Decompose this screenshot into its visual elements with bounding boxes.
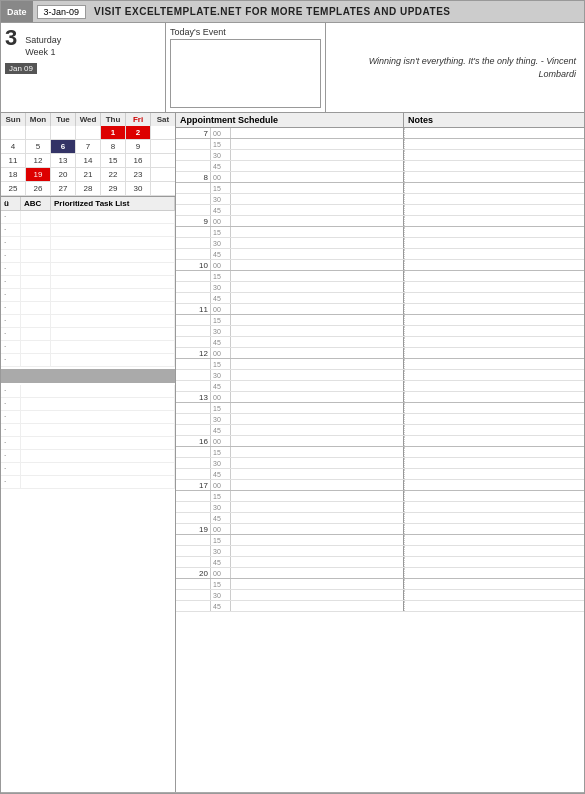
notes-cell[interactable]: [404, 238, 584, 248]
task-cell-abc[interactable]: [21, 328, 51, 340]
cal-cell-28[interactable]: 28: [76, 182, 101, 196]
appointment-cell[interactable]: [231, 546, 404, 556]
appointment-cell[interactable]: [231, 480, 404, 490]
notes-cell[interactable]: [404, 568, 584, 578]
appointment-cell[interactable]: [231, 491, 404, 501]
notes-cell[interactable]: [404, 502, 584, 512]
task-cell-u[interactable]: ·: [1, 211, 21, 223]
task-cell-u[interactable]: ·: [1, 263, 21, 275]
notes-cell[interactable]: [404, 359, 584, 369]
appointment-cell[interactable]: [231, 293, 404, 303]
cal-cell-23[interactable]: 23: [126, 168, 151, 182]
notes-cell[interactable]: [404, 436, 584, 446]
appointment-cell[interactable]: [231, 359, 404, 369]
notes-cell[interactable]: [404, 216, 584, 226]
cal-cell-22[interactable]: 22: [101, 168, 126, 182]
appointment-cell[interactable]: [231, 172, 404, 182]
task-cell-task[interactable]: [51, 328, 175, 340]
appointment-cell[interactable]: [231, 403, 404, 413]
task-cell-abc[interactable]: [21, 263, 51, 275]
cal-cell[interactable]: [151, 168, 175, 182]
task-cell-lower[interactable]: [21, 450, 175, 462]
appointment-cell[interactable]: [231, 227, 404, 237]
notes-cell[interactable]: [404, 469, 584, 479]
appointment-cell[interactable]: [231, 370, 404, 380]
task-cell-task[interactable]: [51, 276, 175, 288]
task-cell-lower[interactable]: [21, 463, 175, 475]
appointment-cell[interactable]: [231, 579, 404, 589]
cal-cell-19[interactable]: 19: [26, 168, 51, 182]
task-cell-task[interactable]: [51, 302, 175, 314]
appointment-cell[interactable]: [231, 304, 404, 314]
cal-cell-5[interactable]: 5: [26, 140, 51, 154]
appointment-cell[interactable]: [231, 315, 404, 325]
cal-cell-9[interactable]: 9: [126, 140, 151, 154]
appointment-cell[interactable]: [231, 183, 404, 193]
appointment-cell[interactable]: [231, 381, 404, 391]
appointment-cell[interactable]: [231, 590, 404, 600]
cal-cell-2[interactable]: 2: [126, 126, 151, 140]
cal-cell[interactable]: [151, 154, 175, 168]
notes-cell[interactable]: [404, 557, 584, 567]
notes-cell[interactable]: [404, 348, 584, 358]
notes-cell[interactable]: [404, 414, 584, 424]
notes-cell[interactable]: [404, 447, 584, 457]
task-cell-task[interactable]: [51, 250, 175, 262]
task-cell-lower[interactable]: [21, 437, 175, 449]
appointment-cell[interactable]: [231, 557, 404, 567]
appointment-cell[interactable]: [231, 282, 404, 292]
cal-cell-30[interactable]: 30: [126, 182, 151, 196]
appointment-cell[interactable]: [231, 348, 404, 358]
task-cell-u[interactable]: ·: [1, 250, 21, 262]
cal-cell[interactable]: [26, 126, 51, 140]
cal-cell-21[interactable]: 21: [76, 168, 101, 182]
task-cell-task[interactable]: [51, 263, 175, 275]
appointment-cell[interactable]: [231, 469, 404, 479]
appointment-cell[interactable]: [231, 392, 404, 402]
appointment-cell[interactable]: [231, 568, 404, 578]
cal-cell[interactable]: [76, 126, 101, 140]
notes-cell[interactable]: [404, 546, 584, 556]
task-cell-u[interactable]: ·: [1, 315, 21, 327]
task-cell-abc[interactable]: [21, 276, 51, 288]
appointment-cell[interactable]: [231, 271, 404, 281]
today-event-box[interactable]: [170, 39, 321, 108]
cal-cell-20[interactable]: 20: [51, 168, 76, 182]
notes-cell[interactable]: [404, 282, 584, 292]
notes-cell[interactable]: [404, 150, 584, 160]
cal-cell-15[interactable]: 15: [101, 154, 126, 168]
notes-cell[interactable]: [404, 601, 584, 611]
appointment-cell[interactable]: [231, 447, 404, 457]
notes-cell[interactable]: [404, 491, 584, 501]
task-cell-u[interactable]: ·: [1, 237, 21, 249]
cal-cell[interactable]: [51, 126, 76, 140]
notes-cell[interactable]: [404, 590, 584, 600]
appointment-cell[interactable]: [231, 436, 404, 446]
cal-cell-18[interactable]: 18: [1, 168, 26, 182]
appointment-cell[interactable]: [231, 601, 404, 611]
notes-cell[interactable]: [404, 403, 584, 413]
cal-cell-12[interactable]: 12: [26, 154, 51, 168]
appointment-cell[interactable]: [231, 535, 404, 545]
notes-cell[interactable]: [404, 128, 584, 138]
task-cell-u[interactable]: ·: [1, 341, 21, 353]
cal-cell-4[interactable]: 4: [1, 140, 26, 154]
appointment-cell[interactable]: [231, 414, 404, 424]
notes-cell[interactable]: [404, 315, 584, 325]
appointment-cell[interactable]: [231, 337, 404, 347]
notes-cell[interactable]: [404, 271, 584, 281]
cal-cell-8[interactable]: 8: [101, 140, 126, 154]
notes-cell[interactable]: [404, 535, 584, 545]
notes-cell[interactable]: [404, 337, 584, 347]
task-cell-abc[interactable]: [21, 341, 51, 353]
cal-cell[interactable]: [151, 182, 175, 196]
task-cell-lower[interactable]: [21, 398, 175, 410]
notes-cell[interactable]: [404, 381, 584, 391]
appointment-cell[interactable]: [231, 161, 404, 171]
appointment-cell[interactable]: [231, 425, 404, 435]
notes-cell[interactable]: [404, 579, 584, 589]
date-value[interactable]: 3-Jan-09: [37, 5, 87, 19]
notes-cell[interactable]: [404, 172, 584, 182]
notes-cell[interactable]: [404, 425, 584, 435]
appointment-cell[interactable]: [231, 194, 404, 204]
